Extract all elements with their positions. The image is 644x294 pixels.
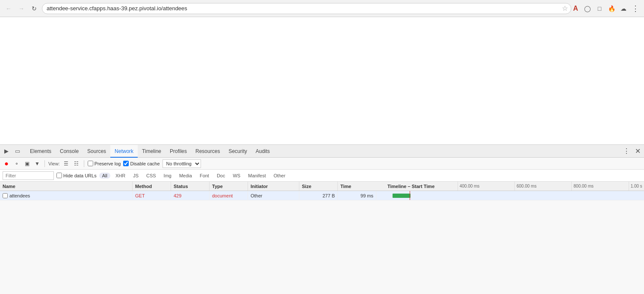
timeline-header-row: Timeline – Start Time 400.00 ms 600.00 m… <box>385 182 644 191</box>
tab-sources[interactable]: Sources <box>83 145 110 158</box>
chrome-cloud-icon[interactable]: ☁ <box>618 3 629 14</box>
record-button[interactable]: ● <box>3 160 10 168</box>
th-time[interactable]: Time <box>338 182 376 191</box>
td-initiator: Other <box>248 191 299 200</box>
filter-icon[interactable]: ▼ <box>33 160 41 168</box>
chrome-extension-icon2[interactable]: □ <box>594 3 605 14</box>
throttle-select[interactable]: No throttling Online Fast 3G Slow 3G Off… <box>162 159 201 168</box>
camera-button[interactable]: ▣ <box>23 160 31 168</box>
th-initiator[interactable]: Initiator <box>248 182 299 191</box>
tick-800ms: 800.00 ms <box>571 182 594 191</box>
td-time: 99 ms <box>338 191 376 200</box>
filter-xhr-button[interactable]: XHR <box>113 173 128 179</box>
devtools-body: Name Method Status Type Initiator Size T… <box>0 182 644 294</box>
hide-data-urls-checkbox[interactable]: Hide data URLs <box>56 173 97 178</box>
address-bar[interactable] <box>42 3 571 14</box>
td-method: GET <box>133 191 171 200</box>
tab-network[interactable]: Network <box>110 145 138 158</box>
filter-media-button[interactable]: Media <box>177 173 195 179</box>
tab-audits[interactable]: Audits <box>251 145 274 158</box>
tab-timeline[interactable]: Timeline <box>138 145 165 158</box>
devtools-close-icon[interactable]: ✕ <box>633 147 642 156</box>
preserve-log-label: Preserve log <box>95 161 121 166</box>
th-size[interactable]: Size <box>299 182 338 191</box>
filter-manifest-button[interactable]: Manifest <box>245 173 269 179</box>
chrome-profile-icon[interactable]: A <box>570 3 581 14</box>
table-header: Name Method Status Type Initiator Size T… <box>0 182 385 191</box>
table-row[interactable]: attendees GET 429 document Other 277 B 9… <box>0 191 385 200</box>
filter-ws-button[interactable]: WS <box>230 173 243 179</box>
filter-input[interactable] <box>3 171 54 180</box>
disable-cache-input[interactable] <box>123 161 129 166</box>
th-status[interactable]: Status <box>171 182 210 191</box>
row-checkbox[interactable] <box>3 193 8 198</box>
filter-doc-button[interactable]: Doc <box>214 173 228 179</box>
filter-img-button[interactable]: Img <box>161 173 174 179</box>
filter-font-button[interactable]: Font <box>197 173 212 179</box>
table-left: Name Method Status Type Initiator Size T… <box>0 182 385 294</box>
td-size: 277 B <box>299 191 338 200</box>
chrome-extension-icon3[interactable]: 🔥 <box>606 3 617 14</box>
tab-resources[interactable]: Resources <box>191 145 224 158</box>
devtools-panel: ▶ ▭ Elements Console Sources Network Tim… <box>0 144 644 294</box>
devtools-settings-icon[interactable]: ⋮ <box>622 147 631 156</box>
th-method[interactable]: Method <box>133 182 171 191</box>
hide-data-urls-input[interactable] <box>56 173 62 178</box>
chrome-menu-icon[interactable]: ⋮ <box>630 3 641 14</box>
td-type: document <box>210 191 248 200</box>
forward-button[interactable]: → <box>16 3 27 14</box>
filter-bar: Hide data URLs All XHR JS CSS Img Media … <box>0 170 644 182</box>
hide-data-urls-label: Hide data URLs <box>63 173 97 178</box>
browser-chrome: ← → ↻ ☆ A ◯ □ 🔥 ☁ ⋮ <box>0 0 644 17</box>
preserve-log-input[interactable] <box>88 161 93 166</box>
clear-button[interactable]: ⚬ <box>13 160 21 168</box>
td-name: attendees <box>0 191 133 200</box>
table-right: Timeline – Start Time 400.00 ms 600.00 m… <box>385 182 644 294</box>
toolbar-separator-2 <box>84 160 84 167</box>
tick-400ms: 400.00 ms <box>458 182 480 191</box>
devtools-tabs: ▶ ▭ Elements Console Sources Network Tim… <box>0 145 644 158</box>
tick-1s: 1.00 s <box>629 182 642 191</box>
back-button[interactable]: ← <box>3 3 14 14</box>
table-area: Name Method Status Type Initiator Size T… <box>0 182 644 294</box>
data-row-right <box>385 191 644 200</box>
bookmark-icon[interactable]: ☆ <box>562 4 568 12</box>
preserve-log-checkbox[interactable]: Preserve log <box>88 161 121 166</box>
row-name-value: attendees <box>9 193 30 198</box>
filter-all-button[interactable]: All <box>99 173 110 179</box>
disable-cache-label: Disable cache <box>130 161 160 166</box>
view-group-icon[interactable]: ☷ <box>73 160 80 168</box>
device-toolbar-icon[interactable]: ▭ <box>13 147 22 156</box>
th-name[interactable]: Name <box>0 182 133 191</box>
td-status: 429 <box>171 191 210 200</box>
timeline-bar <box>393 194 411 198</box>
toolbar-separator-1 <box>44 160 45 167</box>
tab-elements[interactable]: Elements <box>26 145 56 158</box>
tab-console[interactable]: Console <box>56 145 83 158</box>
th-type[interactable]: Type <box>210 182 248 191</box>
tab-security[interactable]: Security <box>224 145 251 158</box>
tick-600ms: 600.00 ms <box>514 182 537 191</box>
disable-cache-checkbox[interactable]: Disable cache <box>123 161 160 166</box>
page-content <box>0 17 644 144</box>
chrome-extension-icon1[interactable]: ◯ <box>582 3 593 14</box>
filter-other-button[interactable]: Other <box>271 173 288 179</box>
inspect-element-icon[interactable]: ▶ <box>2 147 11 156</box>
reload-button[interactable]: ↻ <box>29 3 39 14</box>
tab-profiles[interactable]: Profiles <box>165 145 191 158</box>
filter-css-button[interactable]: CSS <box>144 173 159 179</box>
view-label: View: <box>48 161 60 166</box>
filter-js-button[interactable]: JS <box>130 173 141 179</box>
devtools-toolbar: ● ⚬ ▣ ▼ View: ☰ ☷ Preserve log Disable c… <box>0 158 644 170</box>
view-list-icon[interactable]: ☰ <box>62 160 70 168</box>
